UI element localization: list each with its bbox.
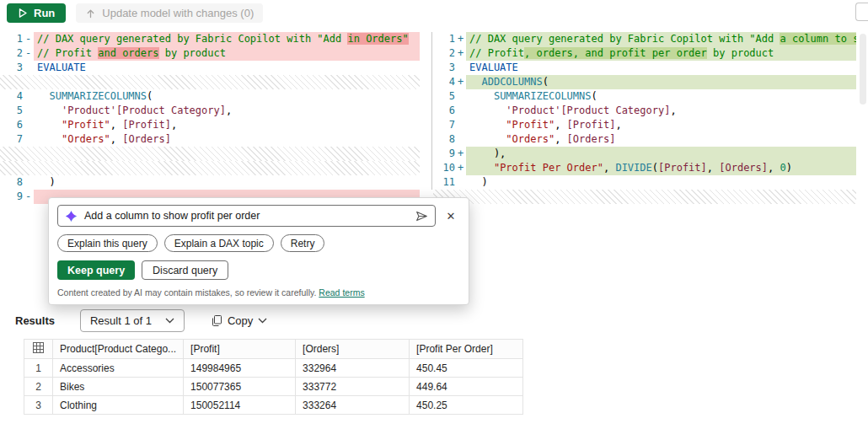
code-line[interactable]: 9+ ), [432, 147, 868, 161]
result-selector-dropdown[interactable]: Result 1 of 1 [80, 309, 185, 332]
table-cell: Accessories [53, 359, 184, 378]
update-model-button[interactable]: Update model with changes (0) [76, 3, 263, 23]
code-line-content[interactable]: 'Product'[Product Category], [466, 104, 856, 118]
code-line[interactable]: 3EVALUATE [0, 61, 431, 75]
play-icon [18, 8, 28, 19]
code-line-content[interactable]: "Orders", [Orders] [34, 132, 420, 147]
code-line-content[interactable]: // Profit, orders, and profit per order … [466, 46, 856, 61]
table-cell: 333772 [296, 378, 410, 396]
code-line-content[interactable]: ADDCOLUMNS( [466, 75, 856, 89]
run-label: Run [34, 7, 55, 19]
line-number: 8 [0, 175, 34, 190]
table-cell: 150052114 [184, 396, 296, 415]
run-button[interactable]: Run [7, 3, 66, 23]
code-line[interactable]: 10+ "Profit Per Order", DIVIDE([Profit],… [432, 161, 868, 175]
code-line[interactable]: 8 ) [0, 175, 431, 190]
copilot-prompt-input[interactable]: Add a column to show profit per order [57, 205, 436, 227]
code-line-content[interactable]: EVALUATE [466, 61, 856, 75]
result-selector-value: Result 1 of 1 [90, 314, 152, 327]
code-line-content[interactable]: ) [466, 175, 856, 190]
code-line[interactable]: 11 ) [432, 175, 868, 190]
code-line-content[interactable]: // Profit and orders by product [34, 46, 420, 61]
line-number: 4 [0, 89, 34, 104]
code-line-content[interactable]: "Orders", [Orders] [466, 132, 856, 147]
table-cell: 150077365 [184, 378, 296, 396]
column-header[interactable]: [Orders] [296, 340, 410, 359]
diff-spacer [0, 147, 420, 161]
copy-label: Copy [228, 314, 253, 327]
column-header[interactable]: [Profit] [184, 340, 296, 359]
code-line-content[interactable]: ) [34, 175, 420, 190]
line-number: 9+ [432, 147, 466, 161]
column-header[interactable]: [Profit Per Order] [410, 340, 523, 359]
line-number: 1- [0, 32, 34, 46]
row-number[interactable]: 1 [24, 359, 53, 378]
keep-query-button[interactable]: Keep query [57, 260, 135, 280]
send-icon[interactable] [415, 210, 428, 223]
copilot-inline-widget: Add a column to show profit per order ✕ … [48, 197, 469, 305]
line-number: 11 [432, 175, 466, 190]
code-line[interactable]: 5 SUMMARIZECOLUMNS( [432, 89, 868, 104]
chevron-down-icon [258, 318, 267, 324]
toolbar: Run Update model with changes (0) [0, 0, 868, 25]
close-icon[interactable]: ✕ [442, 206, 460, 225]
table-row: 3Clothing150052114333264450.25 [24, 396, 523, 415]
table-cell: Bikes [53, 378, 184, 396]
line-number: 2- [0, 46, 34, 61]
line-number: 10+ [432, 161, 466, 175]
line-number: 3 [432, 61, 466, 75]
line-number: 5 [432, 89, 466, 104]
code-line[interactable]: 8 "Orders", [Orders] [432, 132, 868, 147]
copilot-suggestion-pills: Explain this queryExplain a DAX topicRet… [57, 234, 460, 252]
code-line-content[interactable]: // DAX query generated by Fabric Copilot… [34, 32, 420, 46]
editor-scrollbar[interactable] [860, 34, 866, 105]
ai-disclaimer: Content created by AI may contain mistak… [57, 287, 460, 298]
column-header[interactable]: Product[Product Catego... [53, 340, 184, 359]
code-line[interactable]: 1-// DAX query generated by Fabric Copil… [0, 32, 431, 46]
table-cell: 450.25 [410, 396, 523, 415]
table-header-row: Product[Product Catego...[Profit][Orders… [24, 340, 523, 359]
copilot-action-explain-a-dax-topic[interactable]: Explain a DAX topic [164, 234, 274, 252]
code-line[interactable]: 4 SUMMARIZECOLUMNS( [0, 89, 431, 104]
code-line-content[interactable]: // DAX query generated by Fabric Copilot… [466, 32, 856, 46]
code-line[interactable]: 3EVALUATE [432, 61, 868, 75]
code-line-content[interactable]: "Profit", [Profit], [34, 118, 420, 132]
line-number: 5 [0, 104, 34, 118]
update-model-label: Update model with changes (0) [102, 7, 254, 19]
code-line-content[interactable]: SUMMARIZECOLUMNS( [34, 89, 420, 104]
code-line[interactable]: 7 "Profit", [Profit], [432, 118, 868, 132]
diff-spacer [0, 161, 420, 175]
table-cell: 449.64 [410, 378, 523, 396]
results-table: Product[Product Catego...[Profit][Orders… [24, 339, 523, 415]
copy-button[interactable]: Copy [206, 314, 272, 328]
code-line[interactable]: 5 'Product'[Product Category], [0, 104, 431, 118]
code-line-content[interactable]: "Profit", [Profit], [466, 118, 856, 132]
table-row: 2Bikes150077365333772449.64 [24, 378, 523, 396]
line-number: 1+ [432, 32, 466, 46]
copilot-icon [65, 210, 78, 223]
code-line[interactable]: 7 "Orders", [Orders] [0, 132, 431, 147]
row-number[interactable]: 2 [24, 378, 53, 396]
code-line[interactable]: 6 'Product'[Product Category], [432, 104, 868, 118]
line-number: 7 [0, 132, 34, 147]
code-line[interactable]: 2-// Profit and orders by product [0, 46, 431, 61]
table-cell: 332964 [296, 359, 410, 378]
code-line-content[interactable]: EVALUATE [34, 61, 420, 75]
diff-modified-pane[interactable]: 1+// DAX query generated by Fabric Copil… [432, 32, 868, 204]
code-line[interactable]: 2+// Profit, orders, and profit per orde… [432, 46, 868, 61]
code-line[interactable]: 6 "Profit", [Profit], [0, 118, 431, 132]
code-line-content[interactable]: SUMMARIZECOLUMNS( [466, 89, 856, 104]
read-terms-link[interactable]: Read terms [319, 287, 364, 298]
code-line[interactable]: 4+ ADDCOLUMNS( [432, 75, 868, 89]
discard-query-button[interactable]: Discard query [142, 260, 228, 280]
code-line-content[interactable]: 'Product'[Product Category], [34, 104, 420, 118]
code-line-content[interactable]: "Profit Per Order", DIVIDE([Profit], [Or… [466, 161, 856, 175]
grid-icon[interactable] [24, 340, 53, 359]
toolbar-overflow-control[interactable] [855, 3, 868, 21]
row-number[interactable]: 3 [24, 396, 53, 415]
copilot-action-retry[interactable]: Retry [281, 234, 325, 252]
code-line-content[interactable]: ), [466, 147, 856, 161]
code-line[interactable]: 1+// DAX query generated by Fabric Copil… [432, 32, 868, 46]
diff-original-pane[interactable]: 1-// DAX query generated by Fabric Copil… [0, 32, 431, 204]
copilot-action-explain-this-query[interactable]: Explain this query [57, 234, 158, 252]
